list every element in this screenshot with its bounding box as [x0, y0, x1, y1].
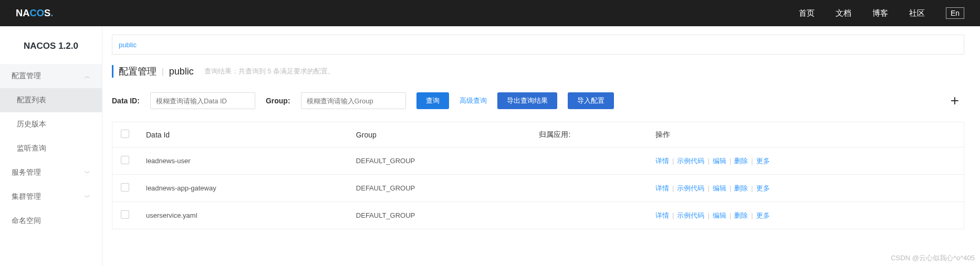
op-sample[interactable]: 示例代码 — [677, 211, 704, 219]
add-button[interactable]: + — [945, 91, 964, 110]
op-delete[interactable]: 删除 — [734, 157, 748, 165]
advanced-query-link[interactable]: 高级查询 — [460, 96, 487, 105]
group-input[interactable] — [301, 92, 406, 109]
chevron-down-icon: ﹀ — [85, 193, 90, 201]
op-delete[interactable]: 删除 — [734, 211, 748, 219]
table-row: leadnews-app-gatewayDEFAULT_GROUP详情|示例代码… — [112, 175, 964, 202]
op-edit[interactable]: 编辑 — [713, 211, 726, 219]
th-dataid: Data Id — [138, 122, 348, 147]
op-detail[interactable]: 详情 — [655, 157, 669, 165]
group-label: Group: — [266, 97, 290, 105]
op-more[interactable]: 更多 — [756, 211, 770, 219]
import-button[interactable]: 导入配置 — [568, 92, 614, 109]
cell-group: DEFAULT_GROUP — [348, 202, 531, 229]
svg-text:NACOS.: NACOS. — [16, 7, 53, 18]
page-title: 配置管理 — [119, 65, 157, 78]
sidebar-group-cluster[interactable]: 集群管理 ﹀ — [0, 185, 102, 209]
cell-ops: 详情|示例代码|编辑|删除|更多 — [647, 147, 964, 175]
cell-dataid: leadnews-user — [138, 147, 348, 175]
sidebar-item-listen[interactable]: 监听查询 — [0, 136, 102, 161]
cell-ops: 详情|示例代码|编辑|删除|更多 — [647, 202, 964, 229]
sidebar-group-service[interactable]: 服务管理 ﹀ — [0, 161, 102, 185]
sidebar-group-label: 集群管理 — [12, 192, 41, 201]
result-hint: 查询结果：共查询到 5 条满足要求的配置。 — [204, 67, 335, 76]
top-nav: 首页 文档 博客 社区 En — [799, 7, 964, 19]
op-sample[interactable]: 示例代码 — [677, 184, 704, 192]
cell-ops: 详情|示例代码|编辑|删除|更多 — [647, 175, 964, 202]
op-edit[interactable]: 编辑 — [713, 157, 726, 165]
cell-dataid: leadnews-app-gateway — [138, 175, 348, 202]
cell-group: DEFAULT_GROUP — [348, 175, 531, 202]
page-scope: public — [169, 66, 194, 77]
chevron-up-icon: ︿ — [85, 72, 90, 80]
sidebar-group-label: 服务管理 — [12, 168, 41, 177]
sidebar-item-namespace[interactable]: 命名空间 — [0, 209, 102, 233]
nav-home[interactable]: 首页 — [799, 8, 815, 18]
th-app: 归属应用: — [530, 122, 647, 147]
op-detail[interactable]: 详情 — [655, 211, 669, 219]
row-checkbox[interactable] — [121, 156, 129, 164]
op-sample[interactable]: 示例代码 — [677, 157, 704, 165]
op-more[interactable]: 更多 — [756, 184, 770, 192]
row-checkbox[interactable] — [121, 183, 129, 191]
op-delete[interactable]: 删除 — [734, 184, 748, 192]
topbar: NACOS. 首页 文档 博客 社区 En — [0, 0, 980, 26]
sidebar-group-label: 命名空间 — [12, 216, 41, 226]
th-group: Group — [348, 122, 531, 147]
container: NACOS 1.2.0 配置管理 ︿ 配置列表 历史版本 监听查询 服务管理 ﹀… — [0, 26, 980, 266]
namespace-tabs: public — [112, 35, 964, 55]
lang-toggle[interactable]: En — [946, 7, 964, 19]
dataid-label: Data ID: — [112, 97, 140, 105]
sidebar-item-history[interactable]: 历史版本 — [0, 112, 102, 136]
nav-community[interactable]: 社区 — [909, 8, 925, 18]
sidebar-group-label: 配置管理 — [12, 71, 41, 81]
version-label: NACOS 1.2.0 — [0, 26, 102, 64]
chevron-down-icon: ﹀ — [85, 169, 90, 177]
nacos-logo-icon: NACOS. — [16, 7, 83, 19]
select-all-checkbox[interactable] — [121, 130, 129, 138]
main: public 配置管理 | public 查询结果：共查询到 5 条满足要求的配… — [102, 26, 980, 266]
cell-group: DEFAULT_GROUP — [348, 147, 531, 175]
title-separator: | — [162, 67, 164, 76]
logo[interactable]: NACOS. — [16, 7, 83, 19]
search-row: Data ID: Group: 查询 高级查询 导出查询结果 导入配置 + — [112, 91, 964, 110]
table-row: leadnews-userDEFAULT_GROUP详情|示例代码|编辑|删除|… — [112, 147, 964, 175]
op-detail[interactable]: 详情 — [655, 184, 669, 192]
cell-app — [530, 147, 647, 175]
cell-app — [530, 175, 647, 202]
export-button[interactable]: 导出查询结果 — [497, 92, 557, 109]
plus-icon: + — [951, 92, 959, 109]
config-table: Data Id Group 归属应用: 操作 leadnews-userDEFA… — [112, 122, 964, 229]
op-more[interactable]: 更多 — [756, 157, 770, 165]
row-checkbox[interactable] — [121, 210, 129, 219]
sidebar-group-config[interactable]: 配置管理 ︿ — [0, 64, 102, 88]
tab-public[interactable]: public — [119, 41, 137, 49]
th-ops: 操作 — [647, 122, 964, 147]
nav-docs[interactable]: 文档 — [836, 8, 851, 18]
cell-app — [530, 202, 647, 229]
nav-blog[interactable]: 博客 — [872, 8, 888, 18]
dataid-input[interactable] — [150, 92, 255, 109]
cell-dataid: userservice.yaml — [138, 202, 348, 229]
table-row: userservice.yamlDEFAULT_GROUP详情|示例代码|编辑|… — [112, 202, 964, 229]
query-button[interactable]: 查询 — [416, 92, 449, 109]
op-edit[interactable]: 编辑 — [713, 184, 726, 192]
sidebar-item-config-list[interactable]: 配置列表 — [0, 88, 102, 112]
sidebar: NACOS 1.2.0 配置管理 ︿ 配置列表 历史版本 监听查询 服务管理 ﹀… — [0, 26, 102, 266]
page-title-row: 配置管理 | public 查询结果：共查询到 5 条满足要求的配置。 — [112, 65, 964, 78]
